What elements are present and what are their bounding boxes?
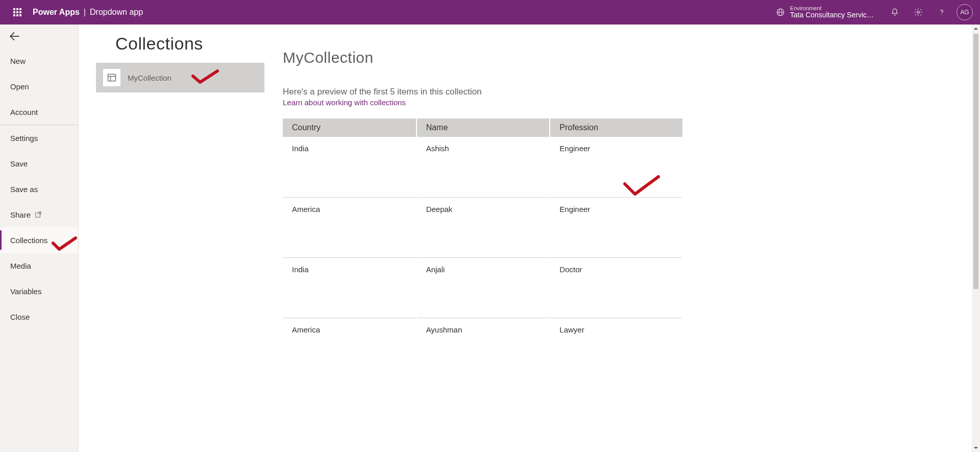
nav-label: Media <box>10 261 31 270</box>
nav-label: Open <box>10 82 29 91</box>
scroll-up-icon[interactable] <box>972 25 980 33</box>
column-header-profession[interactable]: Profession <box>550 118 682 137</box>
table-header-row: Country Name Profession <box>283 118 682 137</box>
cell-country: India <box>283 257 416 318</box>
nav-label: Share <box>10 210 31 219</box>
gear-icon <box>914 8 923 17</box>
nav-item-share[interactable]: Share <box>0 202 78 227</box>
table-row[interactable]: India Ashish Engineer <box>283 137 682 197</box>
bell-icon <box>890 8 899 17</box>
help-button[interactable] <box>930 0 953 25</box>
scroll-thumb[interactable] <box>973 34 978 289</box>
collection-detail-pane: MyCollection Here's a preview of the fir… <box>264 25 980 452</box>
nav-label: Close <box>10 313 30 321</box>
page-title: Collections <box>79 25 264 63</box>
collection-data-table: Country Name Profession India Ashish Eng… <box>283 118 683 378</box>
cell-name: Deepak <box>416 197 550 257</box>
annotation-check-icon <box>191 69 219 88</box>
collection-icon <box>103 69 120 86</box>
preview-description: Here's a preview of the first 5 items in… <box>283 87 980 97</box>
learn-link[interactable]: Learn about working with collections <box>283 98 406 107</box>
table-row[interactable]: India Anjali Doctor <box>283 257 682 318</box>
cell-profession: Doctor <box>550 257 682 318</box>
nav-label: Account <box>10 108 38 116</box>
cell-country: America <box>283 318 416 378</box>
svg-point-3 <box>917 11 920 14</box>
nav-item-account[interactable]: Account <box>0 99 78 125</box>
column-header-country[interactable]: Country <box>283 118 416 137</box>
brand-label[interactable]: Power Apps <box>33 8 80 17</box>
settings-button[interactable] <box>906 0 930 25</box>
cell-profession: Lawyer <box>550 318 682 378</box>
collection-title: MyCollection <box>283 49 980 66</box>
nav-item-variables[interactable]: Variables <box>0 278 78 304</box>
cell-name: Anjali <box>416 257 550 318</box>
notifications-button[interactable] <box>883 0 906 25</box>
nav-label: Settings <box>10 134 38 142</box>
table-row[interactable]: America Ayushman Lawyer <box>283 318 682 378</box>
back-button[interactable] <box>0 25 78 48</box>
collection-item-label: MyCollection <box>128 74 172 82</box>
globe-icon <box>776 8 785 17</box>
nav-item-save[interactable]: Save <box>0 151 78 176</box>
nav-item-media[interactable]: Media <box>0 253 78 278</box>
environment-selector[interactable]: Environment Tata Consultancy Servic… <box>776 5 874 19</box>
nav-item-close[interactable]: Close <box>0 304 78 329</box>
collections-list-pane: Collections MyCollection <box>79 25 264 452</box>
left-nav: New Open Account Settings Save Save as S… <box>0 25 79 452</box>
nav-item-new[interactable]: New <box>0 48 78 74</box>
user-avatar[interactable]: AG <box>957 4 973 20</box>
cell-name: Ashish <box>416 137 550 197</box>
page-scrollbar[interactable] <box>972 25 980 452</box>
nav-label: Collections <box>10 236 47 245</box>
nav-label: Save as <box>10 185 38 194</box>
scroll-down-icon[interactable] <box>972 444 980 452</box>
nav-label: Save <box>10 159 28 168</box>
nav-item-open[interactable]: Open <box>0 74 78 99</box>
table-row[interactable]: America Deepak Engineer <box>283 197 682 257</box>
cell-name: Ayushman <box>416 318 550 378</box>
question-icon <box>937 8 946 17</box>
header-separator: | <box>84 8 86 17</box>
svg-point-4 <box>941 14 942 15</box>
avatar-initials: AG <box>960 9 969 16</box>
nav-item-save-as[interactable]: Save as <box>0 176 78 202</box>
app-name: Dropdown app <box>90 8 143 17</box>
cell-profession: Engineer <box>550 197 682 257</box>
environment-value: Tata Consultancy Servic… <box>790 11 874 19</box>
column-header-name[interactable]: Name <box>416 118 550 137</box>
app-launcher-icon[interactable] <box>5 0 30 25</box>
external-link-icon <box>35 211 42 218</box>
cell-country: India <box>283 137 416 197</box>
app-header: Power Apps | Dropdown app Environment Ta… <box>0 0 980 25</box>
nav-item-settings[interactable]: Settings <box>0 125 78 151</box>
collection-item-mycollection[interactable]: MyCollection <box>96 63 264 92</box>
nav-label: New <box>10 57 26 65</box>
environment-label: Environment <box>790 5 874 11</box>
nav-label: Variables <box>10 287 41 296</box>
back-arrow-icon <box>8 30 21 43</box>
svg-rect-6 <box>108 74 116 81</box>
cell-country: America <box>283 197 416 257</box>
cell-profession: Engineer <box>550 137 682 197</box>
nav-item-collections[interactable]: Collections <box>0 227 78 253</box>
